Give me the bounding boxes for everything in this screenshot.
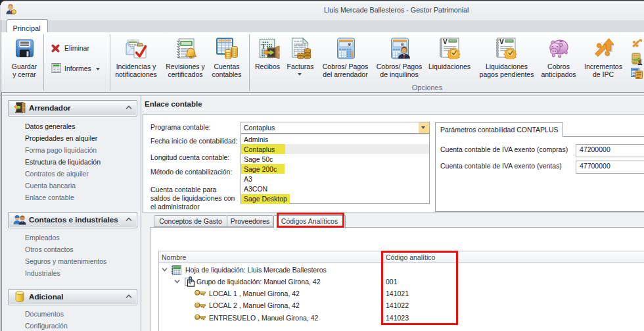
svg-text:0: 0 — [348, 42, 352, 47]
svg-text:T: T — [262, 43, 266, 50]
svg-text:V: V — [499, 38, 504, 45]
svg-text:V: V — [443, 38, 448, 45]
